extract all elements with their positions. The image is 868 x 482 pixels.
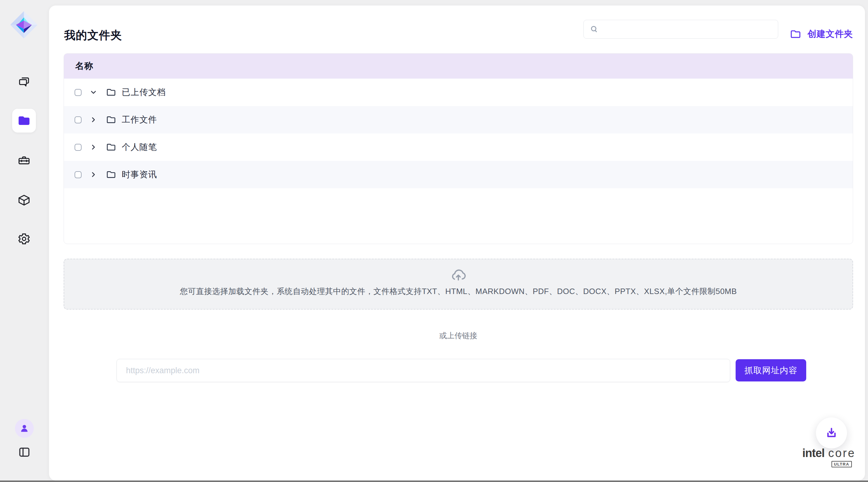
upload-hint: 您可直接选择加载文件夹，系统自动处理其中的文件，文件格式支持TXT、HTML、M… (64, 286, 852, 297)
upload-link-label: 或上传链接 (64, 331, 853, 341)
download-icon (825, 426, 838, 440)
sidebar-item-toolbox[interactable] (17, 154, 31, 167)
folder-plus-icon (790, 29, 801, 39)
user-avatar-icon (19, 423, 30, 433)
page-title: 我的文件夹 (64, 29, 122, 42)
sidebar-item-folders[interactable] (12, 109, 36, 133)
user-avatar[interactable] (15, 419, 34, 438)
chevron-right-icon[interactable] (90, 171, 97, 178)
folder-name: 个人随笔 (122, 141, 157, 153)
row-checkbox[interactable] (74, 116, 82, 123)
toolbox-icon (17, 154, 31, 167)
search-input[interactable] (599, 20, 778, 38)
folders-table: 名称 已上传文档 工作文件 (64, 53, 853, 244)
search-icon (589, 24, 599, 34)
main-panel: 我的文件夹 创建文件夹 名称 已上传文档 (49, 5, 865, 480)
folder-icon (18, 114, 30, 127)
window-bottom-edge (0, 480, 868, 482)
chat-icon (17, 75, 31, 88)
intel-core-logo: intel core ULTRA (802, 447, 868, 467)
chevron-down-icon[interactable] (90, 88, 97, 96)
sidebar-item-models[interactable] (17, 194, 31, 207)
row-checkbox[interactable] (74, 171, 82, 178)
folder-name: 工作文件 (122, 114, 157, 125)
folder-icon (106, 87, 116, 97)
sidebar-item-chat[interactable] (17, 75, 31, 88)
panel-left-icon (18, 446, 31, 459)
table-row[interactable]: 个人随笔 (64, 134, 853, 161)
core-wordmark: core (828, 447, 856, 460)
ultra-badge: ULTRA (832, 461, 852, 467)
download-button[interactable] (816, 418, 847, 449)
folder-icon (106, 115, 116, 124)
gear-icon (17, 232, 31, 246)
box-icon (17, 194, 31, 207)
column-name: 名称 (75, 60, 93, 72)
sidebar (0, 0, 49, 482)
cloud-upload-icon (450, 266, 467, 283)
app-logo (9, 10, 39, 39)
row-checkbox[interactable] (74, 89, 82, 96)
folder-icon (106, 142, 116, 152)
row-checkbox[interactable] (74, 144, 82, 151)
sidebar-item-settings[interactable] (17, 232, 31, 246)
intel-wordmark: intel (802, 447, 825, 460)
table-row[interactable]: 时事资讯 (64, 161, 853, 188)
search-box (583, 20, 778, 39)
url-input[interactable] (117, 359, 730, 382)
folder-icon (106, 170, 116, 179)
folder-name: 已上传文档 (122, 87, 166, 98)
table-header: 名称 (64, 54, 853, 79)
upload-dropzone[interactable]: 您可直接选择加载文件夹，系统自动处理其中的文件，文件格式支持TXT、HTML、M… (64, 259, 853, 310)
chevron-right-icon[interactable] (90, 143, 97, 151)
chevron-right-icon[interactable] (90, 116, 97, 124)
create-folder-label: 创建文件夹 (807, 28, 853, 40)
fetch-url-button[interactable]: 抓取网址内容 (736, 359, 806, 381)
table-row[interactable]: 已上传文档 (64, 79, 853, 106)
create-folder-button[interactable]: 创建文件夹 (790, 28, 853, 40)
folder-name: 时事资讯 (122, 169, 157, 180)
sidebar-toggle[interactable] (18, 446, 31, 458)
table-row[interactable]: 工作文件 (64, 106, 853, 134)
